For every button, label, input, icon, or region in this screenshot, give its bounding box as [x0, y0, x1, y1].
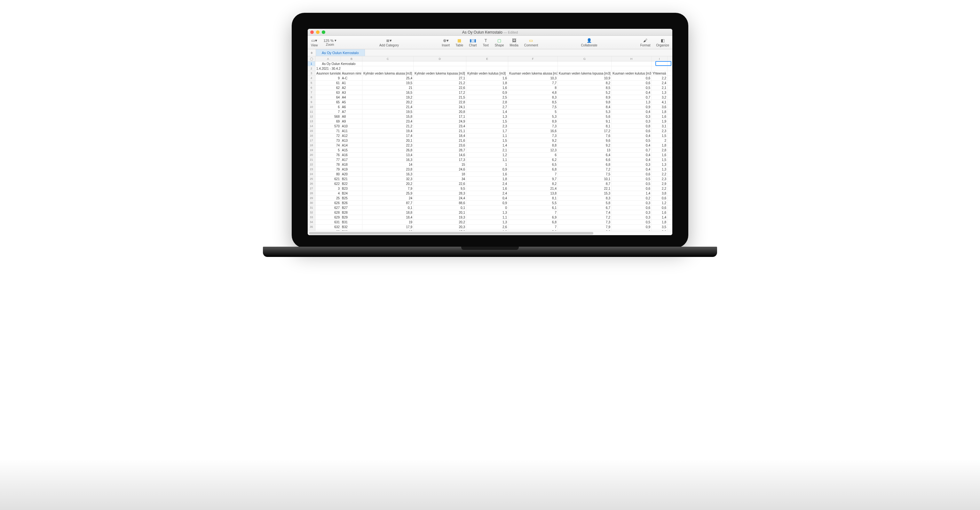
- cell[interactable]: 1,8: [652, 220, 668, 224]
- column-header[interactable]: H: [611, 56, 652, 61]
- cell[interactable]: 1,5: [466, 119, 508, 123]
- cell[interactable]: A7: [341, 110, 363, 114]
- cell[interactable]: 17,1: [414, 114, 466, 119]
- cell[interactable]: 1,6: [652, 114, 668, 119]
- close-icon[interactable]: [310, 30, 314, 34]
- row-header[interactable]: 11: [308, 110, 315, 114]
- cell[interactable]: 0,6: [611, 76, 652, 80]
- cell[interactable]: 0,6: [652, 196, 668, 200]
- cell[interactable]: 2,6: [466, 225, 508, 229]
- cell[interactable]: 8,9: [508, 119, 558, 123]
- cell[interactable]: 0,9: [466, 90, 508, 95]
- cell[interactable]: 1,4: [466, 110, 508, 114]
- cell[interactable]: 74: [315, 143, 341, 148]
- cell[interactable]: 5,3: [558, 110, 611, 114]
- cell[interactable]: [414, 66, 466, 71]
- organize-button[interactable]: ◧ Organize: [656, 38, 669, 47]
- row-header[interactable]: 30: [308, 201, 315, 206]
- cell[interactable]: 0,4: [611, 134, 652, 138]
- cell[interactable]: 3,5: [652, 225, 668, 229]
- cell[interactable]: 7,6: [558, 134, 611, 138]
- row-header[interactable]: 5: [308, 81, 315, 85]
- cell[interactable]: 0,5: [611, 177, 652, 181]
- media-button[interactable]: 🖼 Media: [510, 38, 519, 47]
- cell[interactable]: 16,6: [508, 129, 558, 133]
- cell[interactable]: B27: [341, 206, 363, 210]
- cell[interactable]: 0,4: [611, 90, 652, 95]
- cell[interactable]: 6,8: [508, 220, 558, 224]
- cell[interactable]: B22: [341, 182, 363, 186]
- cell[interactable]: 6,5: [508, 162, 558, 167]
- cell[interactable]: 13,4: [363, 153, 414, 157]
- cell[interactable]: 21,2: [363, 124, 414, 128]
- cell[interactable]: 6,6: [558, 158, 611, 162]
- cell[interactable]: 0,3: [611, 210, 652, 215]
- cell[interactable]: 62: [315, 85, 341, 90]
- cell[interactable]: 19,5: [363, 81, 414, 85]
- cell[interactable]: 72: [315, 134, 341, 138]
- cell[interactable]: 16,3: [363, 172, 414, 176]
- cell[interactable]: 17,3: [414, 158, 466, 162]
- cell[interactable]: 1,5: [652, 134, 668, 138]
- cell[interactable]: 6,8: [508, 167, 558, 172]
- cell[interactable]: B21: [341, 177, 363, 181]
- cell[interactable]: 9,5: [414, 186, 466, 191]
- row-header[interactable]: 33: [308, 215, 315, 220]
- cell[interactable]: 24,6: [414, 167, 466, 172]
- cell[interactable]: 20,8: [414, 110, 466, 114]
- cell[interactable]: A9: [341, 119, 363, 123]
- cell[interactable]: 1,5: [652, 158, 668, 162]
- column-header[interactable]: F: [508, 56, 558, 61]
- column-header[interactable]: C: [363, 56, 414, 61]
- cell[interactable]: 1,4: [466, 143, 508, 148]
- cell[interactable]: 0,3: [611, 114, 652, 119]
- cell[interactable]: 3,1: [652, 124, 668, 128]
- cell[interactable]: 0,6: [611, 129, 652, 133]
- cell[interactable]: Kuuman veden lukema alussa [m3: [508, 71, 558, 75]
- column-header[interactable]: G: [558, 56, 611, 61]
- row-header[interactable]: 13: [308, 119, 315, 124]
- cell[interactable]: 88,6: [414, 201, 466, 205]
- cell[interactable]: 32,3: [363, 177, 414, 181]
- cell[interactable]: 0,3: [611, 119, 652, 123]
- cell[interactable]: 0,4: [611, 153, 652, 157]
- cell[interactable]: 6: [508, 153, 558, 157]
- cell[interactable]: [508, 61, 558, 66]
- cell[interactable]: 9,7: [508, 177, 558, 181]
- cell[interactable]: 7: [315, 110, 341, 114]
- sheet-tab[interactable]: As Oy Oulun Kerrostalo: [316, 49, 365, 56]
- row-header[interactable]: 23: [308, 167, 315, 172]
- cell[interactable]: 622: [315, 182, 341, 186]
- cell[interactable]: 0,7: [611, 148, 652, 152]
- select-all-corner[interactable]: ◯: [308, 56, 315, 61]
- cell[interactable]: 3,2: [652, 95, 668, 99]
- cell[interactable]: 0,9: [466, 201, 508, 205]
- cell[interactable]: 20,2: [363, 182, 414, 186]
- cell[interactable]: 20,1: [363, 138, 414, 143]
- row-header[interactable]: 12: [308, 114, 315, 119]
- cell[interactable]: [611, 66, 652, 71]
- cell[interactable]: 4: [315, 191, 341, 196]
- cell[interactable]: 7,7: [508, 81, 558, 85]
- cell[interactable]: 0,4: [466, 196, 508, 200]
- row-header[interactable]: 4: [308, 76, 315, 81]
- cell[interactable]: 4,8: [508, 90, 558, 95]
- cell[interactable]: B25: [341, 196, 363, 200]
- cell[interactable]: 23,8: [363, 167, 414, 172]
- cell[interactable]: [652, 66, 668, 71]
- row-header[interactable]: 34: [308, 220, 315, 225]
- cell[interactable]: 7,9: [558, 225, 611, 229]
- cell[interactable]: [363, 66, 414, 71]
- row-header[interactable]: 1: [308, 61, 315, 66]
- cell[interactable]: 10,3: [508, 76, 558, 80]
- scrollbar-thumb[interactable]: [309, 232, 593, 234]
- cell[interactable]: 1,7: [466, 129, 508, 133]
- cell[interactable]: 1,2: [466, 153, 508, 157]
- cell[interactable]: 28,7: [414, 148, 466, 152]
- cell[interactable]: 1.4.2021 - 30.4.2021: [315, 66, 341, 71]
- cell[interactable]: 21,5: [414, 95, 466, 99]
- add-category-button[interactable]: ≣▾ Add Category: [379, 38, 399, 47]
- row-header[interactable]: 24: [308, 172, 315, 177]
- cell[interactable]: [558, 66, 611, 71]
- fullscreen-icon[interactable]: [322, 30, 325, 34]
